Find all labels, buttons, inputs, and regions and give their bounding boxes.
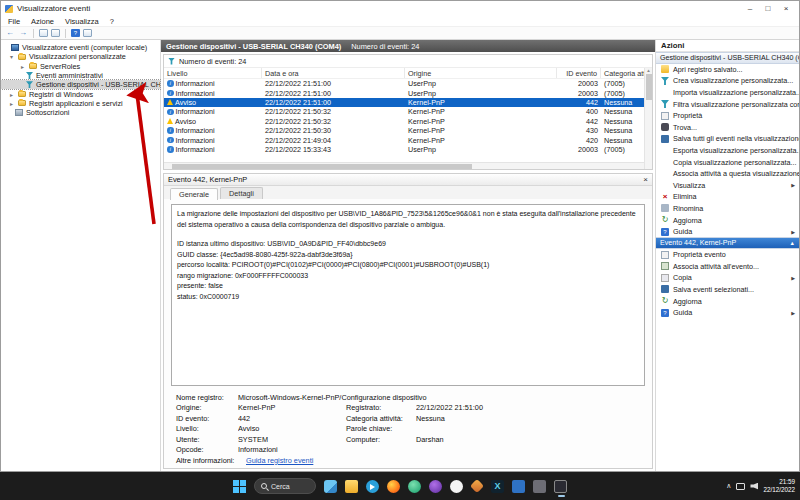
table-row[interactable]: iInformazioni 22/12/2022 21:51:00 UserPn… bbox=[164, 79, 644, 88]
detail-header: Evento 442, Kernel-PnP × bbox=[164, 174, 652, 186]
action-event-refresh[interactable]: ↻Aggiorna bbox=[656, 295, 799, 307]
expand-closed-icon[interactable]: ▸ bbox=[8, 100, 15, 107]
tree-admin-events[interactable]: Eventi amministrativi bbox=[1, 71, 160, 80]
actions-section-view[interactable]: Gestione dispositivi - USB-SERIAL CH340 … bbox=[656, 52, 799, 64]
expand-closed-icon[interactable]: ▸ bbox=[19, 63, 26, 70]
speaker-icon[interactable] bbox=[750, 483, 758, 490]
table-row[interactable]: iInformazioni 22/12/2022 21:50:30 Kernel… bbox=[164, 126, 644, 135]
menu-help[interactable]: ? bbox=[110, 17, 114, 26]
warning-icon bbox=[167, 99, 173, 105]
table-row-selected[interactable]: Avviso 22/12/2022 21:51:00 Kernel-PnP 44… bbox=[164, 98, 644, 107]
collapse-icon[interactable]: ▲ bbox=[790, 240, 795, 246]
start-button[interactable] bbox=[233, 480, 246, 493]
action-attach-task-to-view[interactable]: Associa attività a questa visualizzazion… bbox=[656, 168, 799, 180]
table-row[interactable]: iInformazioni 22/12/2022 15:33:43 UserPn… bbox=[164, 145, 644, 154]
action-pane-toggle-icon[interactable] bbox=[83, 29, 92, 37]
gray-app-icon[interactable] bbox=[533, 480, 546, 493]
log-name-value: Microsoft-Windows-Kernel-PnP/Configurazi… bbox=[238, 393, 427, 402]
cat-app-icon[interactable] bbox=[450, 480, 463, 493]
file-explorer-icon[interactable] bbox=[345, 480, 358, 493]
tray-chevron-icon[interactable]: ∧ bbox=[726, 482, 731, 490]
table-row[interactable]: iInformazioni 22/12/2022 21:51:00 UserPn… bbox=[164, 88, 644, 97]
column-category[interactable]: Categoria attività bbox=[601, 68, 645, 78]
tree-custom-views[interactable]: ▾ Visualizzazioni personalizzate bbox=[1, 52, 160, 61]
action-refresh[interactable]: ↻Aggiorna bbox=[656, 214, 799, 226]
forward-arrow-icon[interactable]: → bbox=[18, 28, 28, 38]
action-copy-submenu[interactable]: Copia▶ bbox=[656, 272, 799, 284]
console-tree-toggle-icon[interactable] bbox=[39, 29, 48, 37]
tree-device-view-selected[interactable]: Gestione dispositivi - USB-SERIAL CH340 … bbox=[1, 80, 160, 89]
action-event-properties[interactable]: Proprietà evento bbox=[656, 249, 799, 261]
back-arrow-icon[interactable]: ← bbox=[5, 28, 15, 38]
column-level[interactable]: Livello bbox=[164, 68, 262, 78]
action-export-custom-view[interactable]: Esporta visualizzazione personalizzata..… bbox=[656, 145, 799, 157]
event-list: Numero di eventi: 24 Livello Data e ora … bbox=[163, 54, 653, 170]
tree-server-roles[interactable]: ▸ ServerRoles bbox=[1, 62, 160, 71]
action-create-custom-view[interactable]: Crea visualizzazione personalizzata... bbox=[656, 75, 799, 87]
event-log-help-link[interactable]: Guida registro eventi bbox=[246, 456, 313, 465]
tree-root[interactable]: Visualizzatore eventi (computer locale) bbox=[1, 43, 160, 52]
maximize-button[interactable]: □ bbox=[759, 2, 777, 15]
action-delete[interactable]: ×Elimina bbox=[656, 191, 799, 203]
taskbar-clock[interactable]: 21:59 22/12/2022 bbox=[763, 478, 795, 494]
scrollbar-thumb[interactable] bbox=[646, 74, 652, 100]
vertical-scrollbar[interactable]: ▲ bbox=[644, 68, 652, 169]
action-help-submenu[interactable]: ?Guida▶ bbox=[656, 226, 799, 238]
menu-view[interactable]: Visualizza bbox=[65, 17, 99, 26]
column-event-id[interactable]: ID evento bbox=[557, 68, 601, 78]
firefox-icon[interactable] bbox=[387, 480, 400, 493]
action-open-saved-log[interactable]: Apri registro salvato... bbox=[656, 64, 799, 76]
submenu-arrow-icon: ▶ bbox=[791, 182, 795, 188]
x-app-icon[interactable]: X bbox=[491, 480, 504, 493]
action-copy-custom-view[interactable]: Copia visualizzazione personalizzata... bbox=[656, 156, 799, 168]
green-app-icon[interactable] bbox=[408, 480, 421, 493]
action-save-all-events[interactable]: Salva tutti gli eventi nella visualizzaz… bbox=[656, 133, 799, 145]
horizontal-scrollbar[interactable] bbox=[164, 162, 644, 169]
display-tray-icon[interactable] bbox=[736, 483, 745, 490]
table-row[interactable]: Avviso 22/12/2022 21:50:32 Kernel-PnP 44… bbox=[164, 117, 644, 126]
gem-app-icon[interactable] bbox=[470, 479, 484, 493]
rename-icon bbox=[661, 204, 669, 212]
menubar: File Azione Visualizza ? bbox=[1, 16, 799, 27]
action-filter-current-view[interactable]: Filtra visualizzazione personalizzata co… bbox=[656, 98, 799, 110]
action-attach-task-to-event[interactable]: Associa attività all'evento... bbox=[656, 261, 799, 273]
purple-app-icon[interactable] bbox=[429, 480, 442, 493]
action-view-submenu[interactable]: Visualizza▶ bbox=[656, 179, 799, 191]
telegram-icon[interactable] bbox=[366, 480, 379, 493]
scroll-up-icon[interactable]: ▲ bbox=[646, 68, 650, 73]
tree-windows-logs[interactable]: ▸ Registri di Windows bbox=[1, 89, 160, 98]
menu-file[interactable]: File bbox=[8, 17, 20, 26]
opcode-value: Informazioni bbox=[238, 445, 278, 454]
table-row[interactable]: iInformazioni 22/12/2022 21:50:32 Kernel… bbox=[164, 107, 644, 116]
column-source[interactable]: Origine bbox=[405, 68, 557, 78]
action-properties[interactable]: Proprietà bbox=[656, 110, 799, 122]
close-button[interactable]: × bbox=[777, 2, 795, 15]
action-save-selected-events[interactable]: Salva eventi selezionati... bbox=[656, 284, 799, 296]
tree-app-logs[interactable]: ▸ Registri applicazioni e servizi bbox=[1, 99, 160, 108]
table-row[interactable]: iInformazioni 22/12/2022 21:49:04 Kernel… bbox=[164, 135, 644, 144]
minimize-button[interactable]: – bbox=[741, 2, 759, 15]
tree-subscriptions[interactable]: Sottoscrizioni bbox=[1, 108, 160, 117]
action-rename[interactable]: Rinomina bbox=[656, 203, 799, 215]
action-find[interactable]: Trova... bbox=[656, 121, 799, 133]
help-icon[interactable]: ? bbox=[71, 29, 80, 37]
actions-section-event[interactable]: Evento 442, Kernel-PnP ▲ bbox=[656, 237, 799, 249]
task-view-icon[interactable] bbox=[324, 480, 337, 493]
search-icon bbox=[261, 483, 267, 489]
active-app-icon[interactable] bbox=[554, 480, 567, 493]
tab-details[interactable]: Dettagli bbox=[220, 187, 263, 199]
column-date[interactable]: Data e ora bbox=[262, 68, 405, 78]
search-box[interactable]: Cerca bbox=[254, 478, 316, 494]
properties-window-icon[interactable] bbox=[51, 29, 60, 37]
event-description: La migrazione delle impostazioni del dis… bbox=[177, 209, 639, 230]
tab-general[interactable]: Generale bbox=[170, 188, 218, 200]
scrollbar-thumb[interactable] bbox=[172, 164, 472, 169]
blue-app-icon[interactable] bbox=[512, 480, 525, 493]
menu-action[interactable]: Azione bbox=[31, 17, 54, 26]
action-import-custom-view[interactable]: Importa visualizzazione personalizzata..… bbox=[656, 87, 799, 99]
detail-close-icon[interactable]: × bbox=[643, 175, 648, 184]
expand-closed-icon[interactable]: ▸ bbox=[8, 91, 15, 98]
action-event-help-submenu[interactable]: ?Guida▶ bbox=[656, 307, 799, 319]
expand-open-icon[interactable]: ▾ bbox=[8, 53, 15, 60]
detail-line: GUID classe: {4ec5ad98-8080-425f-922a-da… bbox=[177, 250, 639, 261]
